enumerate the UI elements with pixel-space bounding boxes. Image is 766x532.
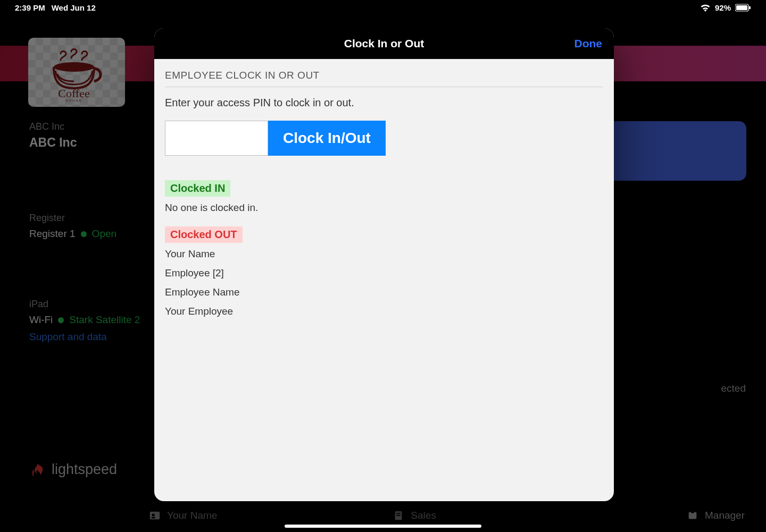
list-item: Your Name <box>165 248 603 260</box>
status-battery-pct: 92% <box>715 3 731 12</box>
done-button[interactable]: Done <box>574 37 603 50</box>
clocked-out-heading: Clocked OUT <box>165 226 243 243</box>
section-title: EMPLOYEE CLOCK IN OR OUT <box>165 70 603 87</box>
status-bar: 2:39 PM Wed Jun 12 92% <box>0 0 766 15</box>
clock-in-out-button[interactable]: Clock In/Out <box>268 121 386 156</box>
wifi-icon <box>700 4 711 12</box>
modal-body: EMPLOYEE CLOCK IN OR OUT Enter your acce… <box>154 59 614 501</box>
home-indicator[interactable] <box>285 525 481 528</box>
modal-header: Clock In or Out Done <box>154 28 614 59</box>
list-item: Employee Name <box>165 286 603 298</box>
list-item: Employee [2] <box>165 267 603 279</box>
clocked-in-heading: Clocked IN <box>165 180 230 197</box>
pin-row: Clock In/Out <box>165 121 603 156</box>
svg-rect-1 <box>736 5 747 10</box>
svg-rect-2 <box>749 6 751 9</box>
status-time: 2:39 PM <box>15 3 45 12</box>
status-date: Wed Jun 12 <box>52 3 96 12</box>
clocked-out-list: Your Name Employee [2] Employee Name You… <box>165 248 603 317</box>
clock-modal: Clock In or Out Done EMPLOYEE CLOCK IN O… <box>154 28 614 501</box>
clocked-in-empty: No one is clocked in. <box>165 202 603 214</box>
modal-title: Clock In or Out <box>344 37 424 50</box>
pin-input[interactable] <box>165 121 268 156</box>
instruction-text: Enter your access PIN to clock in or out… <box>165 97 603 109</box>
battery-icon <box>735 4 751 12</box>
list-item: Your Employee <box>165 306 603 317</box>
